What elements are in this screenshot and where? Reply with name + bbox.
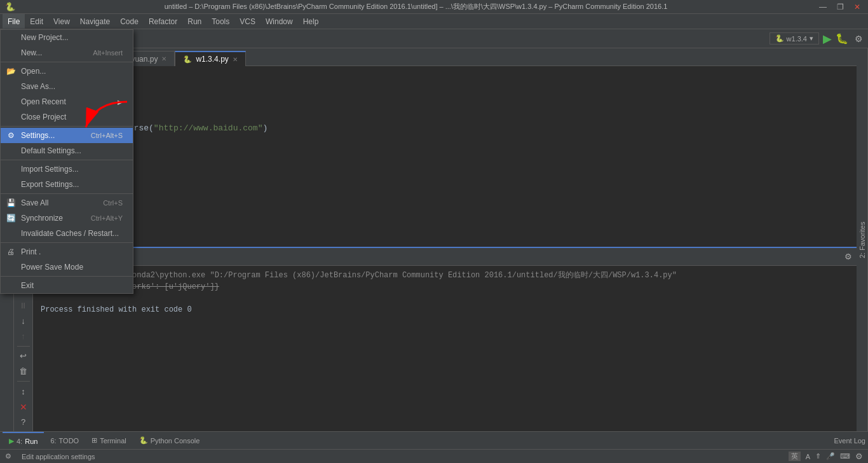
run-tab-label: Run bbox=[25, 438, 37, 445]
toolbar-sep-2 bbox=[17, 381, 30, 382]
terminal-tab-label: Terminal bbox=[100, 437, 126, 445]
run-tab-num: 4: bbox=[17, 438, 22, 445]
window-controls: — ❐ ✕ bbox=[817, 3, 863, 11]
favorites-tab[interactable]: 2: Favorites bbox=[857, 48, 868, 431]
terminal-tab-icon: ⊞ bbox=[92, 436, 97, 445]
tab-w134[interactable]: 🐍 w1.3.4.py ✕ bbox=[175, 51, 245, 66]
separator-5 bbox=[1, 242, 133, 243]
run-config-selector[interactable]: 🐍 w1.3.4 ▾ bbox=[770, 32, 819, 45]
editor-content: 1 2 3 4 5 6 7 #coding:utf-8 import built… bbox=[14, 66, 868, 247]
run-output-line-2: {u'javascript-frameworks': [u'jQuery']} bbox=[41, 281, 860, 293]
menu-run[interactable]: Run bbox=[182, 14, 207, 29]
bottom-tab-terminal[interactable]: ⊞ Terminal bbox=[85, 432, 133, 450]
menu-tools[interactable]: Tools bbox=[207, 14, 234, 29]
menu-open[interactable]: 📂 Open... bbox=[1, 64, 133, 79]
menu-invalidate-caches[interactable]: Invalidate Caches / Restart... bbox=[1, 226, 133, 241]
tab-close-w134[interactable]: ✕ bbox=[233, 56, 238, 63]
status-shift: ⇑ bbox=[815, 452, 821, 460]
close-button[interactable]: ✕ bbox=[851, 3, 863, 11]
menu-synchronize[interactable]: 🔄 Synchronize Ctrl+Alt+Y bbox=[1, 211, 133, 226]
bottom-tab-python-console[interactable]: 🐍 Python Console bbox=[133, 432, 207, 450]
maximize-button[interactable]: ❐ bbox=[834, 3, 846, 11]
menu-save-as[interactable]: Save As... bbox=[1, 79, 133, 94]
bottom-tabs-right: Event Log bbox=[834, 437, 865, 445]
code-editor[interactable]: #coding:utf-8 import builtwith temp=buil… bbox=[39, 66, 862, 247]
status-right: 英 A ⇑ 🎤 ⌨ ⚙ bbox=[789, 452, 863, 461]
bottom-tab-todo[interactable]: 6: TODO bbox=[44, 432, 85, 450]
open-icon: 📂 bbox=[4, 67, 17, 76]
run-output: D:\Users\lenovo\Anaconda2\python.exe "D:… bbox=[33, 266, 868, 431]
event-log-label[interactable]: Event Log bbox=[834, 437, 865, 445]
coverage-button[interactable]: ⚙ bbox=[855, 34, 863, 44]
separator-3 bbox=[1, 160, 133, 160]
tab-close-daili-bokeyuan[interactable]: ✕ bbox=[161, 55, 166, 62]
status-keyboard: ⌨ bbox=[840, 452, 850, 460]
minimize-button[interactable]: — bbox=[817, 3, 829, 11]
run-output-line-3 bbox=[41, 293, 860, 304]
menu-settings[interactable]: ⚙ Settings... Ctrl+Alt+S bbox=[1, 128, 133, 143]
menu-navigate[interactable]: Navigate bbox=[75, 14, 115, 29]
separator-4 bbox=[1, 193, 133, 194]
toolbar-sep-1 bbox=[17, 346, 30, 347]
settings-icon: ⚙ bbox=[4, 131, 17, 140]
menu-exit[interactable]: Exit bbox=[1, 278, 133, 293]
run-btn-clear[interactable]: 🗑 bbox=[17, 364, 31, 378]
separator-1 bbox=[1, 62, 133, 62]
code-line-6: print temp bbox=[50, 135, 851, 148]
submenu-arrow: ▶ bbox=[118, 99, 123, 106]
menu-new-project[interactable]: New Project... bbox=[1, 30, 133, 45]
debug-button[interactable]: 🐛 bbox=[836, 32, 848, 45]
favorites-label: 2: Favorites bbox=[858, 221, 866, 258]
bottom-tabs: ▶ 4: Run 6: TODO ⊞ Terminal 🐍 Python Con… bbox=[0, 431, 868, 449]
status-mic: 🎤 bbox=[826, 452, 835, 460]
menu-vcs[interactable]: VCS bbox=[234, 14, 261, 29]
menu-default-settings[interactable]: Default Settings... bbox=[1, 143, 133, 158]
run-btn-up[interactable]: ↑ bbox=[17, 329, 31, 343]
sync-icon: 🔄 bbox=[4, 214, 17, 223]
python-console-tab-icon: 🐍 bbox=[139, 436, 148, 445]
menu-edit[interactable]: Edit bbox=[25, 14, 48, 29]
menu-save-all[interactable]: 💾 Save All Ctrl+S bbox=[1, 195, 133, 211]
menu-view[interactable]: View bbox=[48, 14, 75, 29]
menu-new[interactable]: New... Alt+Insert bbox=[1, 45, 133, 60]
run-btn-stop[interactable]: ⏸ bbox=[17, 299, 31, 312]
run-panel-settings-icon[interactable]: ⚙ bbox=[844, 252, 852, 261]
menu-refactor[interactable]: Refactor bbox=[144, 14, 182, 29]
menu-print[interactable]: 🖨 Print . bbox=[1, 244, 133, 259]
code-line-5: temp=builtwith.parse("http://www.baidu.c… bbox=[50, 122, 851, 135]
editor-run-container: 🐍 daili.py ✕ 🐍 daili_bokeyuan.py ✕ 🐍 w1.… bbox=[14, 48, 868, 431]
run-button[interactable]: ▶ bbox=[823, 32, 832, 46]
menu-close-project[interactable]: Close Project bbox=[1, 109, 133, 125]
status-left-icon: ⚙ bbox=[5, 452, 11, 460]
tab-icon-w134: 🐍 bbox=[183, 55, 192, 64]
separator-2 bbox=[1, 126, 133, 127]
run-btn-wrap[interactable]: ↩ bbox=[17, 349, 31, 363]
menu-file[interactable]: File bbox=[3, 14, 25, 29]
todo-tab-num: 6: bbox=[50, 437, 56, 445]
run-btn-filter[interactable]: ✕ bbox=[17, 400, 31, 413]
status-left-text[interactable]: Edit application settings bbox=[22, 453, 95, 460]
editor-tabs: 🐍 daili.py ✕ 🐍 daili_bokeyuan.py ✕ 🐍 w1.… bbox=[14, 48, 868, 66]
python-console-tab-label: Python Console bbox=[151, 437, 200, 445]
run-btn-pause[interactable]: ↓ bbox=[17, 314, 31, 328]
menu-open-recent[interactable]: Open Recent ▶ bbox=[1, 94, 133, 109]
menu-export-settings[interactable]: Export Settings... bbox=[1, 177, 133, 192]
window-title: untitled – D:\Program Files (x86)\JetBra… bbox=[130, 2, 702, 11]
file-dropdown-menu: New Project... New... Alt+Insert 📂 Open.… bbox=[0, 29, 133, 294]
run-btn-scroll[interactable]: ↕ bbox=[17, 385, 31, 398]
status-bar: ⚙ Edit application settings 英 A ⇑ 🎤 ⌨ ⚙ bbox=[0, 449, 868, 463]
menu-window[interactable]: Window bbox=[261, 14, 298, 29]
run-output-line-1: D:\Users\lenovo\Anaconda2\python.exe "D:… bbox=[41, 270, 860, 281]
status-settings-icon[interactable]: ⚙ bbox=[855, 452, 863, 461]
separator-6 bbox=[1, 276, 133, 277]
menu-code[interactable]: Code bbox=[115, 14, 144, 29]
todo-tab-label: TODO bbox=[59, 437, 79, 445]
code-line-3: import builtwith bbox=[50, 97, 851, 109]
tab-label-w134: w1.3.4.py bbox=[196, 55, 228, 64]
menu-help[interactable]: Help bbox=[298, 14, 324, 29]
menu-power-save[interactable]: Power Save Mode bbox=[1, 259, 133, 275]
run-btn-info[interactable]: ? bbox=[17, 415, 31, 429]
menu-import-settings[interactable]: Import Settings... bbox=[1, 162, 133, 177]
bottom-tab-run[interactable]: ▶ 4: Run bbox=[3, 432, 44, 450]
status-lang-en[interactable]: 英 bbox=[789, 452, 801, 461]
